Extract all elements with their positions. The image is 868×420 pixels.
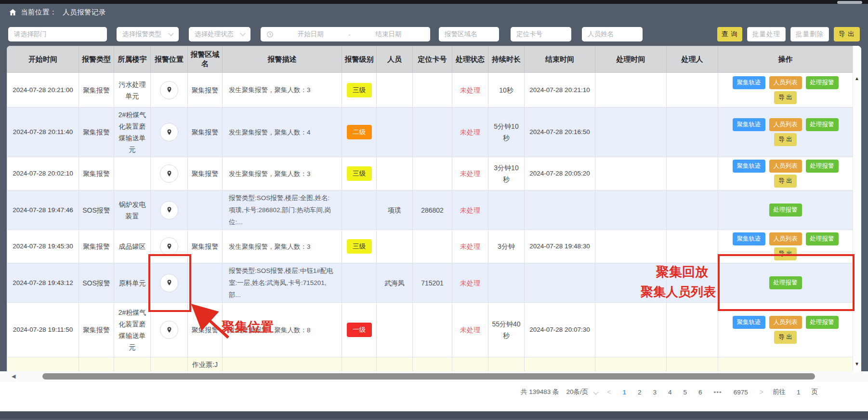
page-number-3[interactable]: 3 [651,389,659,396]
cell-duration: 17秒 [488,357,525,372]
track-action-button[interactable]: 聚集轨迹 [733,160,765,173]
column-header-level: 报警级别 [342,46,377,73]
vertical-scrollbar[interactable]: ▲ ▼ [853,46,861,371]
cell-end-time: 2024-07-28 18:52:57 [525,357,595,372]
cell-person [377,108,413,157]
export-button[interactable]: 导 出 [834,27,860,41]
cell-person: 武海凤 [377,263,413,303]
scroll-left-icon[interactable]: ◀ [12,373,15,379]
clock-icon [266,31,274,38]
export-action-button[interactable]: 导 出 [774,133,796,146]
department-input[interactable]: 请选择部门 [8,27,107,41]
cell-card-number [413,303,452,357]
column-header-person: 人员 [377,46,413,73]
cell-alarm-level: 三级 [342,157,377,190]
cell-handle-time [595,157,667,190]
location-pin-icon[interactable] [160,164,178,183]
cell-card-number [413,73,452,108]
goto-page-input[interactable]: 1 [793,389,804,396]
browser-scrollbar-thumb [837,1,862,4]
cell-start-time: 2024-07-28 19:43:12 [7,263,79,303]
page-number-5[interactable]: 5 [681,389,690,396]
cell-alarm-type: 聚集报警 [79,73,114,108]
handle-action-button[interactable]: 处理报警 [806,76,839,89]
location-pin-icon[interactable] [160,81,178,99]
horizontal-scrollbar[interactable]: ◀ [0,371,868,382]
track-action-button[interactable]: 聚集轨迹 [733,316,765,329]
area-name-input[interactable]: 报警区域名 [439,27,499,41]
export-action-button[interactable]: 导 出 [774,331,796,344]
page-number-6975[interactable]: 6975 [731,389,750,396]
cell-duration: 10秒 [488,73,525,108]
track-action-button[interactable]: 聚集轨迹 [733,76,765,89]
track-action-button[interactable]: 聚集轨迹 [733,232,765,245]
location-pin-icon[interactable] [160,123,178,141]
list-action-button[interactable]: 人员列表 [769,118,802,131]
horizontal-scrollbar-thumb[interactable] [42,373,815,379]
location-pin-icon[interactable] [160,321,178,339]
alarm-level-badge: 三级 [347,239,372,254]
scroll-up-icon[interactable]: ▲ [855,76,859,81]
export-action-button[interactable]: 导 出 [774,91,796,104]
more-pages-icon[interactable]: ••• [711,389,724,396]
table-row: 2024-07-28 19:11:50聚集报警2#粉煤气化装置磨煤输送单元聚集报… [7,303,853,357]
table-row: 2024-07-28 18:52:40超员报警合成水处理单元作业票:JGJXN2… [7,357,853,372]
export-action-button[interactable]: 导 出 [774,247,796,260]
bottom-bar [0,411,868,419]
alarm-type-select[interactable]: 选择报警类型 [117,27,179,41]
batch-delete-button[interactable]: 批量删除 [790,27,829,41]
cell-handler [667,230,718,263]
location-pin-icon[interactable] [160,237,178,256]
query-button[interactable]: 查 询 [717,27,742,41]
batch-handle-button[interactable]: 批量处理 [747,27,786,41]
handle-action-button[interactable]: 处理报警 [806,118,839,131]
list-action-button[interactable]: 人员列表 [769,160,802,173]
location-pin-icon[interactable] [160,274,178,292]
cell-handle-status: 未处理 [452,108,488,157]
handle-action-button[interactable]: 处理报警 [769,203,802,217]
next-page-button[interactable]: > [758,388,765,396]
date-range-input[interactable]: 开始日期 - 结束日期 [261,27,430,41]
list-action-button[interactable]: 人员列表 [769,76,802,89]
person-name-input[interactable]: 人员姓名 [582,27,643,41]
card-number-input[interactable]: 定位卡号 [511,27,571,41]
cell-alarm-location [151,157,188,190]
column-header-desc: 报警描述 [223,46,342,73]
handle-action-button[interactable]: 处理报警 [806,316,839,329]
list-action-button[interactable]: 人员列表 [769,232,802,245]
cell-duration: 5分钟10秒 [488,108,525,157]
prev-page-button[interactable]: < [605,388,613,396]
cell-handler [667,73,718,108]
page-number-6[interactable]: 6 [696,389,705,396]
cell-building: 成品罐区 [114,230,151,263]
home-icon[interactable] [9,8,17,16]
scroll-down-icon[interactable]: ▼ [855,361,859,366]
list-action-button[interactable]: 人员列表 [769,316,802,329]
page-size-select[interactable]: 20条/页 [566,388,598,396]
department-placeholder: 请选择部门 [14,30,47,39]
handle-action-button[interactable]: 处理报警 [769,276,802,289]
cell-handler [667,157,718,190]
alarm-level-badge: 三级 [347,166,372,181]
handle-action-button[interactable]: 处理报警 [806,160,839,173]
handle-status-select[interactable]: 选择处理状态 [189,27,250,41]
alarm-table-panel: 开始时间报警类型所属楼宇报警位置报警区域名报警描述报警级别人员定位卡号处理状态持… [7,46,861,371]
cell-alarm-type: SOS报警 [79,263,114,303]
location-pin-icon[interactable] [160,201,178,219]
column-header-area: 报警区域名 [188,46,223,73]
track-action-button[interactable]: 聚集轨迹 [733,118,765,131]
column-header-duration: 持续时长 [488,46,525,73]
cell-handle-time [595,73,667,108]
cell-alarm-level [342,357,377,372]
date-range-separator: - [346,31,353,38]
cell-alarm-location [151,263,188,303]
cell-card-number [413,108,452,157]
export-action-button[interactable]: 导 出 [774,175,796,188]
page-number-2[interactable]: 2 [635,389,644,396]
page-number-1[interactable]: 1 [620,389,629,396]
page-number-4[interactable]: 4 [666,389,674,396]
alarm-table: 开始时间报警类型所属楼宇报警位置报警区域名报警描述报警级别人员定位卡号处理状态持… [7,46,853,371]
cell-actions: 聚集轨迹人员列表处理报警导 出 [718,108,853,157]
cell-handle-status: 未处理 [452,263,488,303]
handle-action-button[interactable]: 处理报警 [806,232,839,245]
